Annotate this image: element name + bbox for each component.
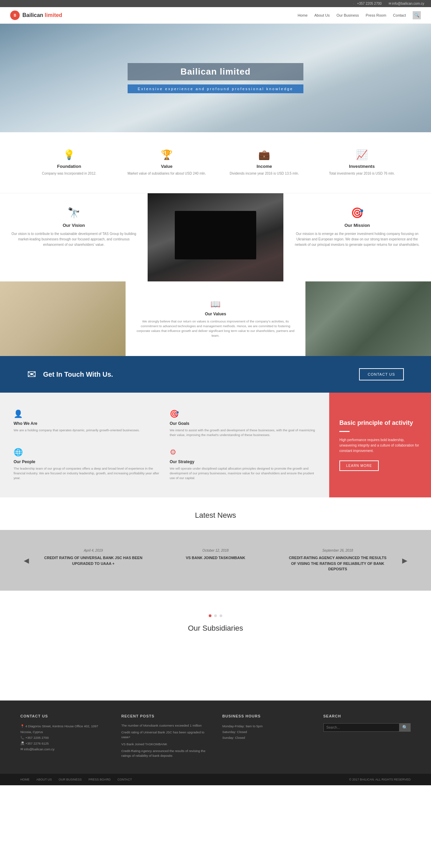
values-image-right	[305, 281, 431, 356]
footer-search-button[interactable]: 🔍	[399, 723, 411, 732]
vision-mission-section: 🔭 Our Vision Our vision is to contribute…	[0, 193, 431, 281]
footer-nav-about[interactable]: ABOUT US	[36, 778, 52, 781]
basic-principle-title: Basic principle of activity	[339, 419, 421, 427]
recent-post-1[interactable]: Credit rating of Universal Bank JSC has …	[121, 730, 209, 740]
footer-search-input[interactable]	[323, 723, 400, 732]
value-icon: 🏆	[125, 149, 209, 160]
news-date-2: September 26, 2018	[287, 549, 389, 552]
footer-contact-title: CONTACT US	[20, 714, 108, 718]
laptop-image	[148, 193, 283, 281]
footer-recent-title: RECENT POSTS	[121, 714, 209, 718]
news-next-button[interactable]: ▶	[399, 553, 411, 568]
recent-post-2[interactable]: VS Bank Joined TASKOMBANK	[121, 742, 209, 747]
goals-title: Our Goals	[170, 421, 316, 426]
footer-nav-home[interactable]: HOME	[20, 778, 30, 781]
nav-press[interactable]: Press Room	[366, 13, 387, 17]
stats-section: 💡 Foundation Company was Incorporated in…	[0, 132, 431, 193]
footer-address: 📍 4 Diagorou Street, Kentros House Offic…	[20, 723, 108, 735]
basic-principle-text: High performance requires bold leadershi…	[339, 437, 421, 454]
stat-desc-0: Company was Incorporated in 2012.	[27, 171, 111, 176]
values-content: 📖 Our Values We strongly believe that ou…	[126, 281, 306, 356]
divider	[339, 431, 350, 432]
footer-search-title: SEARCH	[323, 714, 411, 718]
news-date-0: April 4, 2019	[42, 549, 144, 552]
who-grid: 👤 Who We Are We are a holding company th…	[0, 393, 329, 497]
investments-icon: 📈	[320, 149, 404, 160]
learn-more-button[interactable]: LEARN MORE	[339, 460, 379, 471]
news-prev-button[interactable]: ◀	[20, 553, 32, 568]
people-icon: 🌐	[14, 448, 160, 457]
vision-block: 🔭 Our Vision Our vision is to contribute…	[0, 193, 148, 281]
news-section: Latest News ◀ April 4, 2019 CREDIT RATIN…	[0, 497, 431, 597]
stat-income: 💼 Income Dividends income year 2016 is U…	[215, 146, 313, 179]
stat-desc-2: Dividends income year 2016 is USD 13.5 m…	[222, 171, 306, 176]
nav-contact[interactable]: Contact	[393, 13, 406, 17]
footer-bottom-nav: HOME ABOUT US OUR BUSINESS PRESS BOARD C…	[20, 778, 132, 781]
nav-home[interactable]: Home	[298, 13, 307, 17]
footer-phone2: 📠 +357 2276 6125	[20, 741, 108, 746]
footer-recent: RECENT POSTS The number of Monobank cust…	[121, 714, 209, 761]
stat-desc-1: Market value of subsidiaries for about U…	[125, 171, 209, 176]
footer-hours: BUSINESS HOURS Monday-Friday: 9am to 5pm…	[222, 714, 310, 761]
who-text: We are a holding company that operates d…	[14, 428, 160, 433]
footer-nav-press[interactable]: PRESS BOARD	[89, 778, 111, 781]
news-item-2: September 26, 2018 CREDIT-RATING AGENCY …	[277, 544, 399, 577]
logo-icon: B	[10, 11, 20, 20]
contact-banner: ✉ Get In Touch With Us. CONTACT US	[0, 356, 431, 393]
foundation-icon: 💡	[27, 149, 111, 160]
people-title: Our People	[14, 459, 160, 464]
stat-investments: 📈 Investments Total investments year 201…	[313, 146, 411, 179]
who-icon: 👤	[14, 410, 160, 418]
header: B Bailican limited Home About Us Our Bus…	[0, 7, 431, 24]
copyright: © 2017 BAILICAN. ALL RIGHTS RESERVED	[349, 778, 411, 781]
mission-title: Our Mission	[294, 223, 421, 228]
stat-title-0: Foundation	[27, 164, 111, 169]
dot-2[interactable]	[220, 614, 222, 617]
hero-subtitle: Extensive experience and profound profes…	[128, 84, 303, 93]
news-item-1: October 12, 2018 VS BANK JOINED TASKOMBA…	[154, 544, 277, 577]
values-section: 📖 Our Values We strongly believe that ou…	[0, 281, 431, 356]
hero-content: Bailican limited Extensive experience an…	[128, 63, 303, 93]
contact-us-button[interactable]: CONTACT US	[359, 368, 404, 380]
vision-icon: 🔭	[10, 207, 137, 219]
mission-block: 🎯 Our Mission Our mission is to emerge a…	[283, 193, 431, 281]
news-title: Latest News	[0, 511, 431, 520]
news-item-0: April 4, 2019 CREDIT RATING OF UNIVERSAL…	[32, 544, 154, 577]
values-title: Our Values	[134, 312, 297, 316]
footer-nav-contact[interactable]: CONTACT	[117, 778, 132, 781]
nav-business[interactable]: Our Business	[337, 13, 359, 17]
footer-hours-title: BUSINESS HOURS	[222, 714, 310, 718]
who-section: 👤 Who We Are We are a holding company th…	[0, 393, 431, 497]
footer-nav-business[interactable]: OUR BUSINESS	[59, 778, 82, 781]
office-image	[305, 281, 431, 356]
recent-post-3[interactable]: Credit-Rating Agency announced the resul…	[121, 749, 209, 758]
top-bar: 📞 +357 2205 2700 ✉ info@bailican.com.cy	[0, 0, 431, 7]
news-headline-2: CREDIT-RATING AGENCY ANNOUNCED THE RESUL…	[287, 555, 389, 572]
stat-value: 🏆 Value Market value of subsidiaries for…	[118, 146, 216, 179]
values-image-left	[0, 281, 126, 356]
search-button[interactable]: 🔍	[413, 11, 421, 19]
stat-title-1: Value	[125, 164, 209, 169]
contact-banner-text: Get In Touch With Us.	[43, 371, 113, 378]
dot-1[interactable]	[214, 614, 217, 617]
nav-about[interactable]: About Us	[314, 13, 330, 17]
our-goals: 🎯 Our Goals We intend to assist with the…	[170, 410, 316, 438]
logo[interactable]: B Bailican limited	[10, 11, 62, 20]
footer: CONTACT US 📍 4 Diagorou Street, Kentros …	[0, 701, 431, 774]
strategy-text: We will operate under disciplined capita…	[170, 466, 316, 481]
stat-desc-3: Total investments year 2016 is USD 76 ml…	[320, 171, 404, 176]
news-date-1: October 12, 2018	[165, 549, 266, 552]
footer-contact: CONTACT US 📍 4 Diagorou Street, Kentros …	[20, 714, 108, 761]
mission-text: Our mission is to emerge as the premier …	[294, 231, 421, 248]
values-text: We strongly believe that our return on v…	[134, 319, 297, 338]
basic-principle-block: Basic principle of activity High perform…	[329, 393, 431, 497]
our-strategy: ⚙ Our Strategy We will operate under dis…	[170, 448, 316, 481]
navigation: Home About Us Our Business Press Room Co…	[298, 11, 421, 19]
phone-number: 📞 +357 2205 2700	[352, 2, 381, 5]
vision-text: Our vision is to contribute to the susta…	[10, 231, 137, 248]
recent-post-0[interactable]: The number of Monobank customers exceede…	[121, 723, 209, 728]
who-title: Who We Are	[14, 421, 160, 426]
writing-image	[0, 281, 126, 356]
dot-active[interactable]	[209, 614, 211, 617]
stat-foundation: 💡 Foundation Company was Incorporated in…	[20, 146, 118, 179]
